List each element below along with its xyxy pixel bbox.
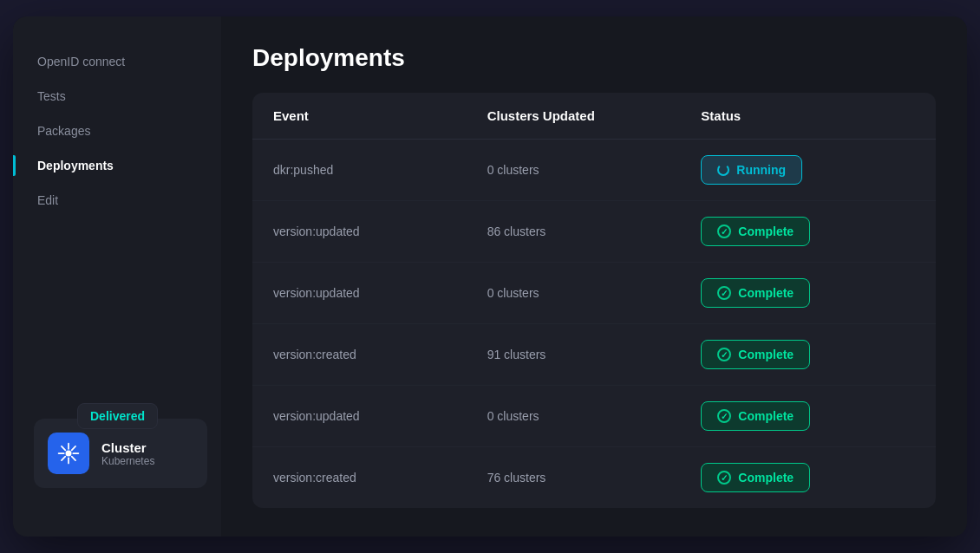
cluster-name: Cluster <box>101 440 154 455</box>
table-row: version:updated0 clusters✓Complete <box>252 386 936 447</box>
table-header: EventClusters UpdatedStatus <box>252 93 936 140</box>
event-cell: version:created <box>273 348 487 361</box>
main-content: Deployments EventClusters UpdatedStatus … <box>221 16 967 537</box>
svg-rect-8 <box>70 455 76 461</box>
sidebar-item-deployments[interactable]: Deployments <box>13 148 221 183</box>
check-icon: ✓ <box>717 286 731 300</box>
sidebar-item-edit[interactable]: Edit <box>13 183 221 218</box>
check-icon: ✓ <box>717 409 731 423</box>
table-row: version:created91 clusters✓Complete <box>252 324 936 386</box>
status-cell: ✓Complete <box>701 217 915 246</box>
cluster-info: Cluster Kubernetes <box>101 440 154 467</box>
clusters-cell: 76 clusters <box>487 471 702 485</box>
event-cell: version:created <box>273 471 487 485</box>
svg-rect-5 <box>70 446 76 452</box>
event-cell: dkr:pushed <box>273 163 487 177</box>
table-row: version:updated0 clusters✓Complete <box>252 263 936 324</box>
status-label: Complete <box>738 286 794 300</box>
status-cell: ✓Complete <box>701 401 915 431</box>
sidebar-item-openid[interactable]: OpenID connect <box>13 44 221 79</box>
kubernetes-icon <box>56 441 81 465</box>
running-spinner-icon <box>717 164 729 176</box>
clusters-cell: 0 clusters <box>487 163 702 177</box>
status-badge: ✓Complete <box>701 463 810 492</box>
status-badge: ✓Complete <box>701 217 810 246</box>
cluster-card: Delivered Cluster Kubernetes <box>34 419 207 488</box>
svg-rect-1 <box>68 443 69 450</box>
check-icon: ✓ <box>717 348 731 361</box>
status-badge: Running <box>701 155 802 185</box>
sidebar-item-packages[interactable]: Packages <box>13 114 221 148</box>
status-cell: ✓Complete <box>701 463 915 492</box>
status-label: Complete <box>738 224 794 238</box>
status-cell: Running <box>701 155 915 185</box>
check-icon: ✓ <box>717 471 731 485</box>
table-header-cell: Clusters Updated <box>487 108 702 123</box>
deployments-table: EventClusters UpdatedStatus dkr:pushed0 … <box>252 93 936 508</box>
table-row: dkr:pushed0 clustersRunning <box>252 140 936 201</box>
status-badge: ✓Complete <box>701 340 810 369</box>
app-container: OpenID connectTestsPackagesDeploymentsEd… <box>13 16 967 537</box>
svg-rect-4 <box>72 452 79 454</box>
cluster-icon <box>48 433 89 474</box>
status-label: Complete <box>738 409 794 423</box>
svg-rect-6 <box>61 455 67 461</box>
clusters-cell: 0 clusters <box>487 409 702 423</box>
status-badge: ✓Complete <box>701 278 810 308</box>
status-label: Complete <box>738 471 794 485</box>
event-cell: version:updated <box>273 286 487 300</box>
status-cell: ✓Complete <box>701 340 915 369</box>
table-row: version:updated86 clusters✓Complete <box>252 201 936 263</box>
svg-rect-3 <box>58 452 65 454</box>
check-icon: ✓ <box>717 224 731 238</box>
status-label: Complete <box>738 348 794 361</box>
delivered-badge: Delivered <box>77 403 158 429</box>
status-cell: ✓Complete <box>701 278 915 308</box>
status-badge: ✓Complete <box>701 401 810 431</box>
clusters-cell: 91 clusters <box>487 348 702 361</box>
event-cell: version:updated <box>273 409 487 423</box>
table-header-cell: Event <box>273 108 487 123</box>
sidebar: OpenID connectTestsPackagesDeploymentsEd… <box>13 16 221 537</box>
sidebar-item-tests[interactable]: Tests <box>13 79 221 114</box>
svg-rect-7 <box>61 446 67 452</box>
event-cell: version:updated <box>273 224 487 238</box>
cluster-sub: Kubernetes <box>101 455 154 467</box>
clusters-cell: 86 clusters <box>487 224 702 238</box>
table-row: version:created76 clusters✓Complete <box>252 447 936 508</box>
clusters-cell: 0 clusters <box>487 286 702 300</box>
page-title: Deployments <box>252 44 936 72</box>
status-label: Running <box>736 163 786 177</box>
table-header-cell: Status <box>701 108 915 123</box>
svg-point-0 <box>66 451 72 457</box>
svg-rect-2 <box>68 457 69 464</box>
